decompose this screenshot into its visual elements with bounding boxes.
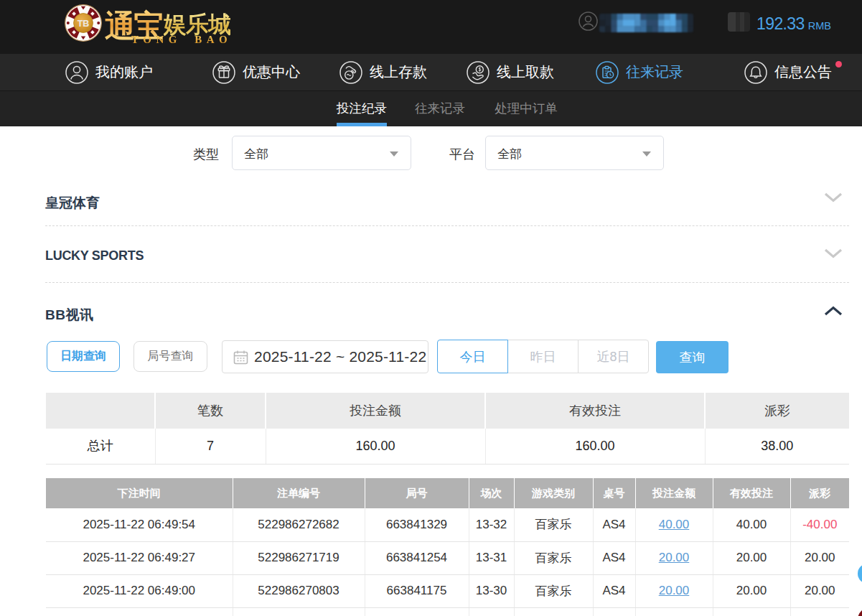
- svg-text:TB: TB: [78, 19, 90, 29]
